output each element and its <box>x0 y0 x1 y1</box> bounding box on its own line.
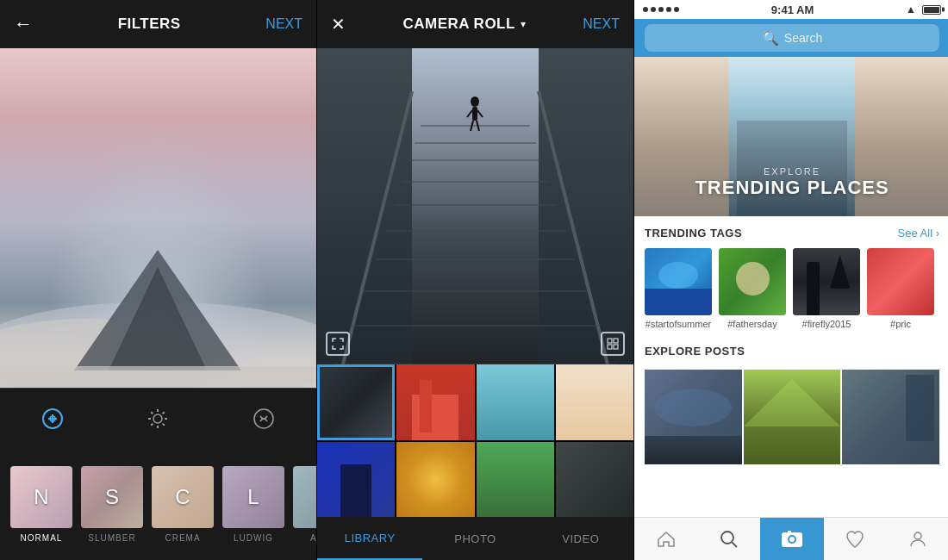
nav-heart[interactable] <box>824 518 887 560</box>
thumbnail-7[interactable] <box>477 442 554 518</box>
filter-aden-thumb: A <box>293 466 316 528</box>
camera-header: ✕ CAMERA ROLL ▾ NEXT <box>317 0 633 48</box>
grid-button[interactable] <box>601 332 625 356</box>
camera-title-wrap[interactable]: CAMERA ROLL ▾ <box>402 16 525 33</box>
signal-dot-5 <box>674 7 679 12</box>
thumbnail-3[interactable] <box>477 364 554 440</box>
filters-panel: ← FILTERS NEXT <box>0 0 316 560</box>
stair-scene <box>317 48 633 364</box>
filter-normal-thumb: N <box>10 466 72 528</box>
trending-tags-title: TRENDING TAGS <box>645 227 742 240</box>
thumbnail-6[interactable] <box>396 442 474 518</box>
see-all-button[interactable]: See All › <box>898 227 939 240</box>
thumbnail-5[interactable] <box>317 442 395 518</box>
filter-crema[interactable]: C CREMA <box>152 466 214 543</box>
tag-label-3: #firefly2015 <box>802 319 851 329</box>
svg-line-16 <box>163 412 165 414</box>
back-button[interactable]: ← <box>14 13 33 35</box>
thumbnail-1[interactable] <box>317 364 395 440</box>
explore-posts-title: EXPLORE POSTS <box>645 345 745 358</box>
tag-firefly2015[interactable]: #firefly2015 <box>793 248 860 329</box>
svg-rect-40 <box>614 345 618 349</box>
hero-text: EXPLORE TRENDING PLACES <box>634 166 948 199</box>
svg-rect-39 <box>608 345 612 349</box>
explore-posts-grid <box>645 370 939 517</box>
filter-slumber-label: SLUMBER <box>88 533 135 543</box>
filter-normal-label: NORMAL <box>21 533 63 543</box>
expand-button[interactable] <box>326 332 350 356</box>
nav-search[interactable] <box>697 518 760 560</box>
signal-dot-4 <box>666 7 671 12</box>
filter-aden[interactable]: A ADEN <box>293 466 316 543</box>
tag-startofsummer[interactable]: #startofsummer <box>645 248 712 329</box>
wifi-icon: ▲ <box>906 3 916 16</box>
camera-next-button[interactable]: NEXT <box>583 16 620 32</box>
post-1[interactable] <box>645 370 742 464</box>
search-input[interactable]: 🔍 Search <box>645 24 939 52</box>
tag-label-4: #pric <box>890 319 911 329</box>
post-3[interactable] <box>842 370 939 464</box>
filter-crema-label: CREMA <box>165 533 200 543</box>
explore-navbar <box>634 517 948 560</box>
tab-library[interactable]: LIBRARY <box>317 517 422 560</box>
thumbnail-4[interactable] <box>556 364 633 440</box>
svg-point-41 <box>721 532 733 544</box>
status-bar: 9:41 AM ▲ <box>634 0 948 19</box>
camera-roll-title: CAMERA ROLL <box>402 16 515 33</box>
tag-thumb-2 <box>719 248 786 315</box>
search-bar: 🔍 Search <box>634 19 948 57</box>
thumbnail-2[interactable] <box>396 364 474 440</box>
tag-price[interactable]: #pric <box>867 248 934 329</box>
filter-crema-letter: C <box>175 485 190 509</box>
filter-slumber[interactable]: S SLUMBER <box>81 466 143 543</box>
adjust-icon[interactable] <box>34 400 72 438</box>
close-button[interactable]: ✕ <box>331 14 346 34</box>
nav-home[interactable] <box>634 518 697 560</box>
camera-tabs: LIBRARY PHOTO VIDEO <box>317 517 633 560</box>
thumbnail-8[interactable] <box>556 442 633 518</box>
svg-line-19 <box>343 91 412 364</box>
filters-toolbar <box>0 388 316 448</box>
hero-banner[interactable]: EXPLORE TRENDING PLACES <box>634 57 948 216</box>
filter-normal[interactable]: N NORMAL <box>10 466 72 543</box>
filter-ludwig-thumb: L <box>222 466 284 528</box>
trending-tags-row: #startofsummer #fathersday #firefly20 <box>645 248 939 329</box>
battery-icon <box>922 5 941 15</box>
signal-dot-3 <box>658 7 664 12</box>
profile-icon <box>907 529 928 550</box>
svg-rect-37 <box>608 339 612 343</box>
svg-line-34 <box>477 110 483 117</box>
filter-slumber-letter: S <box>105 485 119 509</box>
chevron-down-icon: ▾ <box>521 18 526 30</box>
camera-icon <box>781 528 803 551</box>
camera-preview-image <box>317 48 633 364</box>
tag-label-1: #startofsummer <box>646 319 711 329</box>
tab-photo[interactable]: PHOTO <box>422 517 527 560</box>
post-2[interactable] <box>744 370 841 464</box>
tab-photo-label: PHOTO <box>454 532 496 545</box>
explore-posts-section: EXPLORE POSTS <box>634 334 948 370</box>
mountain-silhouette <box>0 233 316 388</box>
tag-thumb-3 <box>793 248 860 315</box>
nav-profile[interactable] <box>887 518 948 560</box>
filters-next-button[interactable]: NEXT <box>265 16 302 32</box>
tune-icon[interactable] <box>245 400 283 438</box>
filter-ludwig[interactable]: L LUDWIG <box>222 466 284 543</box>
tab-video-label: VIDEO <box>562 532 599 545</box>
tab-library-label: LIBRARY <box>345 532 396 544</box>
nav-camera[interactable] <box>760 518 823 560</box>
tag-label-2: #fathersday <box>727 319 776 329</box>
tag-fathersday[interactable]: #fathersday <box>719 248 786 329</box>
brightness-icon[interactable] <box>139 400 177 438</box>
filter-normal-letter: N <box>34 485 48 509</box>
svg-rect-46 <box>788 531 791 533</box>
camera-roll-panel: ✕ CAMERA ROLL ▾ NEXT <box>317 0 633 560</box>
filter-aden-label: ADEN <box>310 533 316 543</box>
tab-video[interactable]: VIDEO <box>528 517 633 560</box>
trending-tags-section: TRENDING TAGS See All › #startofsummer <box>634 216 948 334</box>
signal-dot-1 <box>643 7 648 12</box>
svg-point-9 <box>153 414 162 423</box>
explore-panel: 9:41 AM ▲ 🔍 Search EXPLORE TRENDING PLAC… <box>634 0 948 560</box>
filter-ludwig-letter: L <box>247 485 259 509</box>
explore-posts-header: EXPLORE POSTS <box>645 345 939 358</box>
